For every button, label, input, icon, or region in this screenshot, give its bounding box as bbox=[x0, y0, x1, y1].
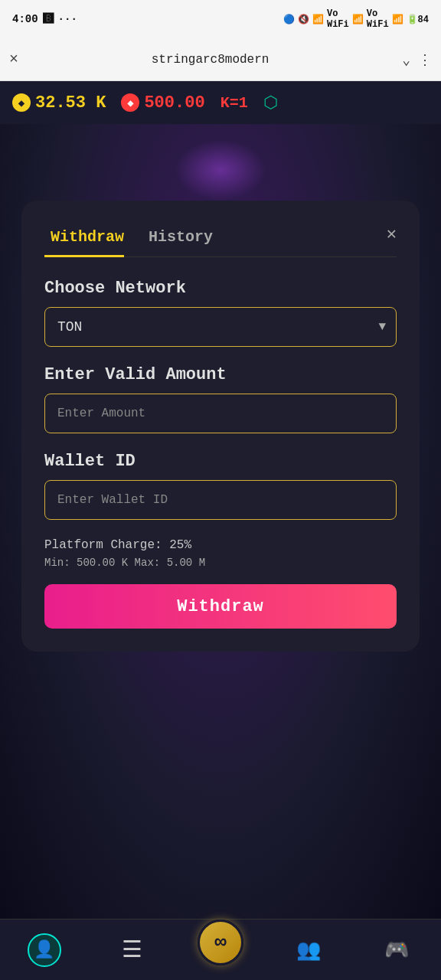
nav-item-games[interactable]: 🎮 bbox=[353, 938, 441, 962]
status-battery-icon: 🅱 bbox=[43, 13, 54, 25]
top-banner: ◆ 32.53 K ◆ 500.00 K=1 ⬡ bbox=[0, 81, 441, 124]
list-icon: ☰ bbox=[122, 936, 142, 964]
nav-item-team[interactable]: 👥 bbox=[265, 938, 353, 962]
amount-section-label: Enter Valid Amount bbox=[44, 365, 397, 384]
nav-item-list[interactable]: ☰ bbox=[88, 936, 176, 964]
home-center-button[interactable]: ∞ bbox=[198, 920, 243, 965]
bottom-nav: 👤 ☰ ∞ 👥 🎮 bbox=[0, 919, 441, 980]
nav-item-home[interactable]: ∞ bbox=[176, 935, 264, 965]
network-section-label: Choose Network bbox=[44, 279, 397, 298]
network-select[interactable]: TON TRC20 ERC20 bbox=[44, 307, 397, 347]
ton-icon: ⬡ bbox=[263, 93, 278, 113]
glow-orb bbox=[175, 139, 266, 201]
network-select-wrapper: TON TRC20 ERC20 ▼ bbox=[44, 307, 397, 347]
games-icon: 🎮 bbox=[384, 938, 409, 962]
balance-1-value: 32.53 K bbox=[35, 93, 106, 113]
withdraw-button[interactable]: Withdraw bbox=[44, 584, 397, 629]
profile-avatar-icon: 👤 bbox=[34, 939, 54, 960]
team-icon: 👥 bbox=[296, 938, 321, 962]
browser-url: stringarc8modern bbox=[28, 53, 393, 67]
wallet-id-input[interactable] bbox=[44, 480, 397, 520]
browser-bar: × stringarc8modern ⌄ ⋮ bbox=[0, 38, 441, 81]
modal-close-button[interactable]: ✕ bbox=[387, 224, 397, 255]
modal-tabs: Withdraw History ✕ bbox=[44, 222, 397, 257]
status-right-icons: 🔵 🔇 📶 VoWiFi 📶 VoWiFi 📶 🔋84 bbox=[283, 8, 429, 30]
coin-gold-icon: ◆ bbox=[12, 93, 31, 112]
wallet-section-label: Wallet ID bbox=[44, 452, 397, 471]
status-more: ··· bbox=[58, 13, 77, 25]
browser-menu-icon[interactable]: ⋮ bbox=[418, 51, 432, 68]
balance-2-item: ◆ 500.00 bbox=[121, 93, 204, 113]
withdraw-modal: Withdraw History ✕ Choose Network TON TR… bbox=[21, 201, 420, 652]
status-time: 4:00 bbox=[12, 13, 38, 25]
browser-dropdown-icon[interactable]: ⌄ bbox=[402, 51, 410, 68]
browser-close-button[interactable]: × bbox=[9, 51, 18, 68]
balance-2-value: 500.00 bbox=[144, 93, 204, 113]
amount-input[interactable] bbox=[44, 394, 397, 433]
platform-charge-text: Platform Charge: 25% bbox=[44, 538, 397, 552]
nav-item-profile[interactable]: 👤 bbox=[0, 933, 88, 967]
main-background: Withdraw History ✕ Choose Network TON TR… bbox=[0, 124, 441, 919]
tab-history[interactable]: History bbox=[142, 222, 231, 256]
infinity-icon: ∞ bbox=[214, 931, 227, 954]
status-bar: 4:00 🅱 ··· 🔵 🔇 📶 VoWiFi 📶 VoWiFi 📶 🔋84 bbox=[0, 0, 441, 38]
balance-1-item: ◆ 32.53 K bbox=[12, 93, 106, 113]
profile-avatar: 👤 bbox=[28, 933, 61, 967]
k-label: K=1 bbox=[220, 94, 248, 112]
tab-withdraw[interactable]: Withdraw bbox=[44, 222, 142, 256]
coin-red-icon: ◆ bbox=[121, 93, 139, 112]
min-max-text: Min: 500.00 K Max: 5.00 M bbox=[44, 557, 397, 569]
